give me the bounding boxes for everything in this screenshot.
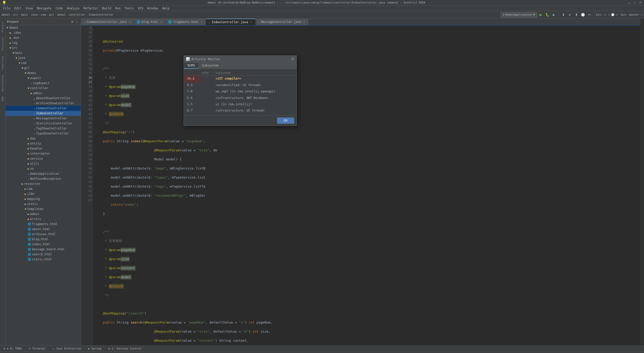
breadcrumb-indexcontroller[interactable]: IndexController <box>89 13 113 16</box>
git-history-button[interactable]: 🕐 <box>580 12 586 18</box>
tree-item-5[interactable]: ▼main <box>6 50 81 55</box>
activity-monitor-close-button[interactable]: ✕ <box>291 57 295 61</box>
tree-item-13[interactable]: ▶admin <box>6 91 81 96</box>
code-editor[interactable]: 25 26 27 28 29 30 31 32 33 34 35 36 37 3… <box>81 26 640 345</box>
tree-item-26[interactable]: ▶service <box>6 156 81 161</box>
tab-messagecontroller[interactable]: ☕ MessageController.java × <box>256 19 309 25</box>
tree-item-33[interactable]: ▶i18n <box>6 191 81 196</box>
menu-item-view[interactable]: View <box>24 6 35 11</box>
tree-item-15[interactable]: ☕ArchiveShowController <box>6 101 81 106</box>
tree-item-16[interactable]: ☕CommentController <box>6 106 81 111</box>
bottom-tab-javaenterprise[interactable]: ☕ Java Enterprise <box>51 346 83 351</box>
menu-item-help[interactable]: Help <box>160 6 172 11</box>
breadcrumb-controller[interactable]: controller <box>69 13 85 16</box>
tree-item-25[interactable]: ▶interceptor <box>6 151 81 156</box>
breadcrumb-main[interactable]: main <box>21 13 28 16</box>
bottom-tab-vcs[interactable]: ⚙ 2: Version Control <box>107 346 143 351</box>
git-update-button[interactable]: ⬇ <box>560 12 566 18</box>
tree-item-32[interactable]: ▶com <box>6 186 81 191</box>
tree-item-7[interactable]: ▼com <box>6 60 81 65</box>
tree-item-12[interactable]: ▼controller <box>6 86 81 91</box>
undo-button[interactable]: ↩ <box>587 12 592 18</box>
activity-monitor-ok-button[interactable]: OK <box>277 118 294 124</box>
maximize-button[interactable]: □ <box>633 1 636 5</box>
tree-item-37[interactable]: ▶admin <box>6 211 81 217</box>
tree-item-10[interactable]: ▼aspect <box>6 76 81 81</box>
tab-close-index[interactable]: × <box>249 20 253 24</box>
debug-button[interactable]: 🐛 <box>545 12 550 18</box>
tree-item-27[interactable]: ▶utils <box>6 161 81 166</box>
side-label-project[interactable]: Project <box>1 20 5 34</box>
menu-item-analyze[interactable]: Analyze <box>65 6 82 11</box>
tab-blog[interactable]: 🌐 blog.html × <box>134 19 166 25</box>
tree-item-41[interactable]: 🌐archives.html <box>6 232 81 237</box>
minimize-button[interactable]: — <box>627 1 631 5</box>
tree-item-2[interactable]: ▶.mvn <box>6 35 81 40</box>
breadcrumb-gcl[interactable]: gcl <box>49 13 54 16</box>
tree-item-35[interactable]: ▶static <box>6 201 81 206</box>
tab-close-fragments[interactable]: × <box>200 20 203 24</box>
close-button[interactable]: ✕ <box>638 1 642 5</box>
tree-item-42[interactable]: 🌐blog.html <box>6 237 81 242</box>
tree-item-0[interactable]: ▼demo1 <box>6 25 81 30</box>
git-push-button[interactable]: ⬆ <box>574 12 579 18</box>
breadcrumb-demo1-pkg[interactable]: demo1 <box>57 13 66 16</box>
menu-item-navigate[interactable]: Navigate <box>35 6 54 11</box>
run-with-coverage-button[interactable]: ▶̈ <box>551 12 557 18</box>
am-tab-subsystem[interactable]: Subsystem <box>198 63 222 69</box>
tree-item-20[interactable]: ☕TagShowController <box>6 126 81 131</box>
menu-item-edit[interactable]: Edit <box>12 6 24 11</box>
run-config-selector[interactable]: ⚙ Demo1Application ▼ <box>501 12 537 18</box>
tree-item-24[interactable]: ▶handler <box>6 146 81 151</box>
tree-item-43[interactable]: 🌐index.html <box>6 242 81 247</box>
am-tab-cpu[interactable]: %CPU <box>184 63 198 69</box>
bottom-tab-spring[interactable]: ✿ Spring <box>87 346 103 351</box>
menu-item-file[interactable]: File <box>1 6 12 11</box>
tree-item-14[interactable]: ☕AboutShowController <box>6 96 81 101</box>
tree-item-39[interactable]: 🌐fragments.html <box>6 222 81 227</box>
side-label-persistence[interactable]: Persistence <box>1 73 5 93</box>
side-label-structure[interactable]: Structure <box>1 35 5 53</box>
tree-item-1[interactable]: ▶.idea <box>6 30 81 35</box>
tree-item-29[interactable]: ☕Demo1Application <box>6 171 81 176</box>
menu-item-tools[interactable]: Tools <box>123 6 136 11</box>
tab-close-message[interactable]: × <box>302 20 306 24</box>
bottom-tab-todo[interactable]: ≡ ≡ 6: TODO <box>2 346 23 351</box>
breadcrumb-java[interactable]: java <box>31 13 38 16</box>
tree-item-45[interactable]: 🌐search.html <box>6 252 81 257</box>
tree-item-9[interactable]: ▼demo1 <box>6 70 81 76</box>
tree-item-38[interactable]: ▶errors <box>6 217 81 222</box>
tree-item-22[interactable]: ▶dao <box>6 136 81 141</box>
menu-item-build[interactable]: Build <box>100 6 113 11</box>
tab-close-blog[interactable]: × <box>159 20 163 24</box>
tree-item-19[interactable]: ☕StatisticsController <box>6 121 81 126</box>
tree-item-3[interactable]: ▶log <box>6 40 81 45</box>
activity-monitor-title-bar[interactable]: 📊 Activity Monitor ✕ <box>184 56 297 63</box>
project-collapse-btn[interactable]: — <box>75 20 79 24</box>
code-content[interactable]: @Autowired private MTagService mTagServi… <box>93 26 640 345</box>
git-commit-button[interactable]: ✔ <box>567 12 573 18</box>
tree-item-17[interactable]: ☕IndexController <box>6 111 81 116</box>
menu-item-vcs[interactable]: VCS <box>136 6 145 11</box>
menu-item-run[interactable]: Run <box>113 6 123 11</box>
menu-item-code[interactable]: Code <box>54 6 65 11</box>
bottom-tab-terminal[interactable]: ⌨ Terminal <box>27 346 47 351</box>
tree-item-31[interactable]: ▶resources <box>6 181 81 186</box>
tree-item-36[interactable]: ▼templates <box>6 206 81 211</box>
tree-item-18[interactable]: ☕MessageController <box>6 116 81 121</box>
tree-item-28[interactable]: ▶vo <box>6 166 81 171</box>
run-button[interactable]: ▶ <box>538 12 544 18</box>
tree-item-23[interactable]: ▶entity <box>6 141 81 146</box>
tree-item-8[interactable]: ▼gcl <box>6 65 81 70</box>
tree-item-34[interactable]: ▶mapping <box>6 196 81 201</box>
breadcrumb-demo1[interactable]: demo1 <box>2 13 10 16</box>
project-settings-btn[interactable]: ⚙ <box>70 20 74 24</box>
breadcrumb-com[interactable]: com <box>41 13 46 16</box>
tree-item-4[interactable]: ▼src <box>6 45 81 50</box>
tree-item-44[interactable]: 🌐message_board.html <box>6 247 81 252</box>
tree-item-30[interactable]: ☕NotFoundException <box>6 176 81 181</box>
menu-item-window[interactable]: Window <box>145 6 160 11</box>
tree-item-11[interactable]: ☕LogAspect <box>6 81 81 86</box>
tree-item-6[interactable]: ▼java <box>6 55 81 60</box>
menu-item-refactor[interactable]: Refactor <box>82 6 100 11</box>
